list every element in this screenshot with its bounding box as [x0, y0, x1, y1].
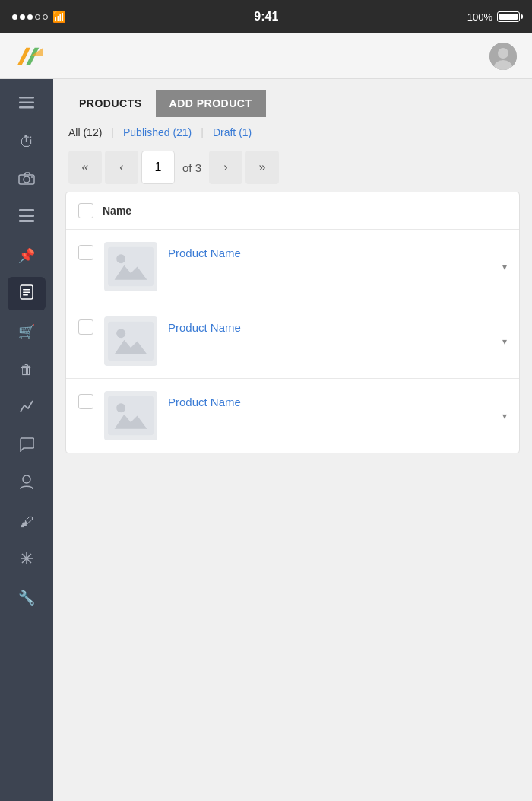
sidebar-item-design[interactable]: 🖌 [8, 505, 46, 539]
sidebar: ⏱ 📌 🛒 [0, 79, 53, 801]
main-layout: ⏱ 📌 🛒 [0, 79, 532, 801]
table-row: Product Name ▾ [66, 304, 519, 379]
sidebar-item-chat[interactable] [8, 429, 46, 462]
svg-rect-24 [108, 247, 154, 286]
svg-point-26 [116, 254, 125, 263]
product-2-thumbnail [104, 316, 157, 366]
pagination-of: of 3 [178, 161, 206, 174]
pagination-prev[interactable]: ‹ [105, 151, 138, 184]
status-bar: 📶 9:41 100% [0, 0, 532, 33]
camera-icon [18, 171, 35, 189]
page-tabs: PRODUCTS ADD PRODUCT [53, 79, 532, 117]
sidebar-item-basket[interactable]: 🗑 [8, 353, 46, 386]
battery-pct: 100% [467, 11, 492, 23]
sidebar-item-pin[interactable]: 📌 [8, 239, 46, 272]
sidebar-item-menu[interactable] [8, 87, 46, 120]
cart-icon: 🛒 [18, 323, 35, 340]
status-left: 📶 [12, 11, 65, 23]
svg-rect-27 [108, 322, 154, 361]
product-3-thumbnail [104, 391, 157, 440]
list-header: Name [66, 192, 519, 230]
svg-rect-16 [23, 289, 30, 291]
product-3-checkbox[interactable] [78, 394, 93, 409]
svg-rect-14 [19, 220, 34, 222]
filter-sep-2: | [201, 126, 204, 138]
signal-icon [12, 14, 48, 20]
name-column-header: Name [103, 205, 131, 217]
product-3-dropdown-icon[interactable]: ▾ [502, 411, 507, 421]
svg-rect-18 [23, 294, 28, 296]
product-1-checkbox[interactable] [78, 245, 93, 260]
brush-icon: 🖌 [20, 514, 33, 530]
product-3-name[interactable]: Product Name [168, 396, 507, 408]
svg-point-4 [498, 48, 508, 59]
sidebar-item-products[interactable] [8, 277, 46, 310]
filter-all[interactable]: All (12) [68, 126, 102, 138]
product-1-name[interactable]: Product Name [168, 246, 507, 259]
product-2-dropdown-icon[interactable]: ▾ [502, 336, 507, 347]
wifi-icon: 📶 [52, 11, 65, 23]
table-row: Product Name ▾ [66, 230, 519, 304]
filter-draft[interactable]: Draft (1) [213, 126, 252, 138]
content-area: PRODUCTS ADD PRODUCT All (12) | Publishe… [53, 79, 532, 801]
pagination: « ‹ 1 of 3 › » [53, 148, 532, 192]
basket-icon: 🗑 [20, 362, 33, 378]
pagination-first[interactable]: « [68, 151, 102, 184]
svg-rect-12 [19, 209, 34, 211]
pagination-next[interactable]: › [209, 151, 242, 184]
filter-published[interactable]: Published (21) [123, 126, 192, 138]
status-time: 9:41 [254, 10, 278, 24]
sidebar-item-settings[interactable]: 🔧 [8, 581, 46, 615]
avatar[interactable] [489, 43, 517, 70]
svg-point-29 [116, 329, 125, 338]
menu-icon [19, 97, 34, 111]
wrench-icon: 🔧 [18, 590, 35, 606]
app-header [0, 33, 532, 79]
svg-rect-6 [19, 97, 34, 99]
select-all-checkbox[interactable] [78, 203, 93, 218]
svg-point-11 [31, 176, 33, 178]
pagination-current[interactable]: 1 [141, 151, 175, 184]
filter-sep-1: | [111, 126, 114, 138]
svg-rect-13 [19, 215, 34, 217]
chat-icon [19, 437, 34, 456]
svg-point-32 [116, 403, 125, 412]
product-2-checkbox[interactable] [78, 319, 93, 335]
plugin-icon [19, 551, 34, 570]
product-1-info: Product Name [168, 242, 507, 259]
svg-rect-17 [23, 291, 30, 293]
product-1-thumbnail [104, 242, 157, 291]
sidebar-item-dashboard[interactable]: ⏱ [8, 125, 46, 158]
status-right: 100% [467, 11, 520, 23]
svg-point-10 [24, 176, 30, 183]
filter-bar: All (12) | Published (21) | Draft (1) [53, 117, 532, 148]
sidebar-item-list[interactable] [8, 201, 46, 234]
table-row: Product Name ▾ [66, 379, 519, 453]
list-icon [19, 209, 34, 227]
sidebar-item-user[interactable] [8, 467, 46, 501]
tab-add-product[interactable]: ADD PRODUCT [156, 90, 266, 117]
page-icon [20, 284, 33, 304]
sidebar-item-analytics[interactable] [8, 391, 46, 424]
pin-icon: 📌 [18, 247, 35, 264]
product-2-info: Product Name [168, 316, 507, 334]
user-icon [20, 475, 33, 494]
svg-rect-30 [108, 396, 154, 435]
battery-icon [497, 11, 520, 22]
logo [15, 41, 46, 72]
product-1-dropdown-icon[interactable]: ▾ [502, 262, 507, 272]
product-2-name[interactable]: Product Name [168, 321, 507, 334]
chart-icon [19, 399, 34, 417]
sidebar-item-media[interactable] [8, 163, 46, 196]
svg-point-19 [23, 475, 30, 483]
pagination-last[interactable]: » [245, 151, 279, 184]
product-3-info: Product Name [168, 391, 507, 408]
svg-rect-8 [19, 106, 34, 109]
svg-rect-7 [19, 101, 34, 103]
clock-icon: ⏱ [19, 133, 34, 151]
sidebar-item-cart[interactable]: 🛒 [8, 315, 46, 348]
product-list: Name Product Name ▾ [65, 192, 520, 453]
tab-products[interactable]: PRODUCTS [65, 90, 156, 117]
sidebar-item-plugins[interactable] [8, 543, 46, 577]
